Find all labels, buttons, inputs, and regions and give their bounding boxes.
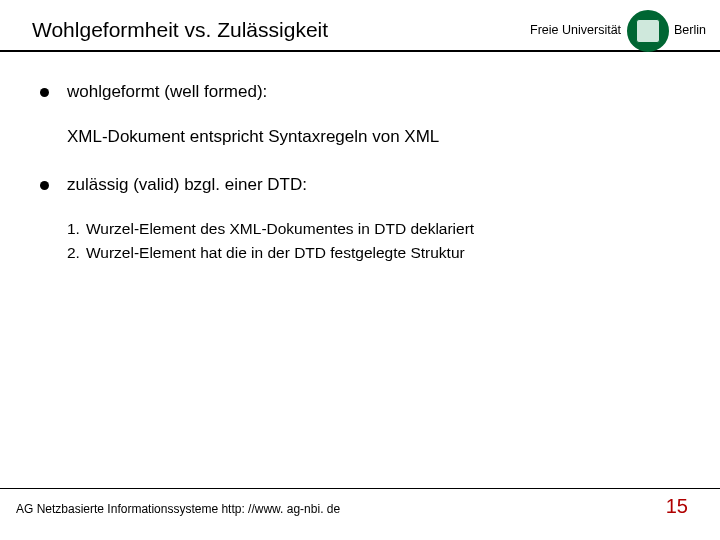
footer-divider [0,488,720,490]
list-text: Wurzel-Element des XML-Dokumentes in DTD… [86,218,474,240]
footer-row: AG Netzbasierte Informationssysteme http… [0,495,720,518]
list-number: 1. [67,218,80,240]
seal-icon [627,10,669,52]
university-logo: Freie Universität Berlin [530,10,706,52]
bullet-item: wohlgeformt (well formed): [40,80,680,105]
slide-header: Wohlgeformheit vs. Zulässigkeit Freie Un… [0,0,720,50]
list-item: 1. Wurzel-Element des XML-Dokumentes in … [67,218,680,240]
page-number: 15 [666,495,688,518]
logo-line2: Berlin [674,23,706,37]
slide-content: wohlgeformt (well formed): XML-Dokument … [0,52,720,265]
bullet-description: XML-Dokument entspricht Syntaxregeln von… [67,125,680,150]
list-text: Wurzel-Element hat die in der DTD festge… [86,242,465,264]
list-item: 2. Wurzel-Element hat die in der DTD fes… [67,242,680,264]
footer-text: AG Netzbasierte Informationssysteme http… [16,502,340,516]
list-number: 2. [67,242,80,264]
bullet-heading: wohlgeformt (well formed): [67,80,680,105]
seal-inner-icon [636,19,660,43]
slide-footer: AG Netzbasierte Informationssysteme http… [0,488,720,519]
logo-text: Freie Universität Berlin [530,10,706,52]
bullet-heading: zulässig (valid) bzgl. einer DTD: [67,173,680,198]
bullet-item: zulässig (valid) bzgl. einer DTD: [40,173,680,198]
bullet-icon [40,88,49,97]
bullet-icon [40,181,49,190]
logo-line1: Freie Universität [530,23,621,37]
numbered-sublist: 1. Wurzel-Element des XML-Dokumentes in … [67,218,680,265]
